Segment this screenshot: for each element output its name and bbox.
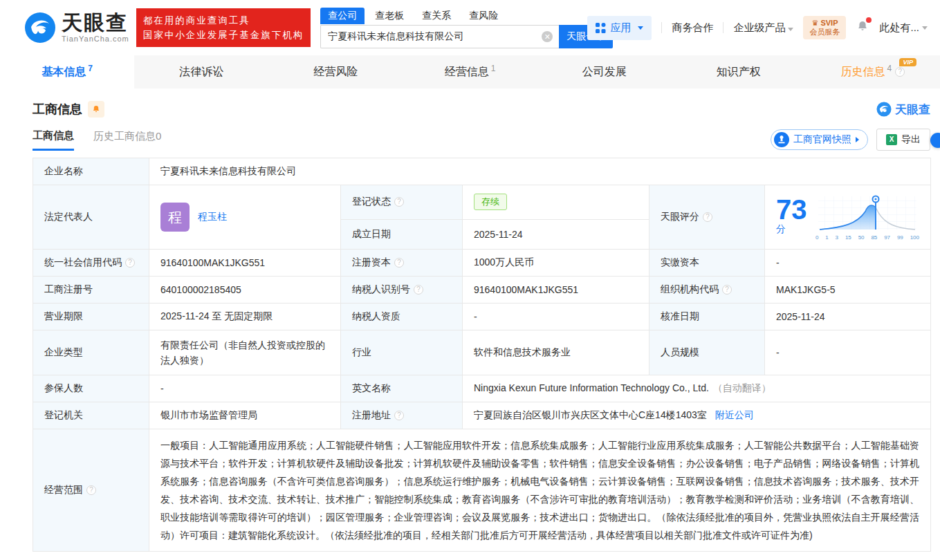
nearby-companies-link[interactable]: 附近公司 bbox=[715, 409, 754, 420]
bell-icon bbox=[91, 104, 101, 114]
enterprise-products-label: 企业级产品 bbox=[733, 21, 785, 33]
reg-authority-label: 登记机关 bbox=[33, 402, 149, 429]
chevron-down-icon bbox=[788, 28, 793, 31]
help-icon[interactable]: ? bbox=[394, 258, 404, 268]
tab-history-info[interactable]: VIP 历史信息4 ? bbox=[806, 55, 940, 88]
help-icon[interactable]: ? bbox=[394, 197, 404, 207]
subscribe-bell-button[interactable] bbox=[88, 101, 104, 118]
english-name-label: 英文名称 bbox=[341, 375, 463, 402]
uscc-label: 统一社会信用代码? bbox=[33, 250, 149, 277]
svip-member-button[interactable]: ♛ SVIP 会员服务 bbox=[803, 16, 846, 39]
tab-company-development[interactable]: 公司发展 bbox=[537, 55, 672, 88]
excel-icon: X bbox=[886, 134, 897, 145]
official-snapshot-button[interactable]: 工商官网快照 bbox=[771, 129, 868, 150]
reg-capital-value: 1000万人民币 bbox=[463, 250, 649, 277]
table-row: 营业期限 2025-11-24 至 无固定期限 纳税人资质 - 核准日期 202… bbox=[33, 304, 931, 330]
subtab-history-business-info[interactable]: 历史工商信息0 bbox=[93, 130, 161, 149]
reg-status-label: 登记状态? bbox=[341, 185, 463, 220]
industry-value: 软件和信息技术服务业 bbox=[463, 330, 649, 375]
search-tab-company[interactable]: 查公司 bbox=[320, 8, 365, 24]
svip-label: ♛ SVIP bbox=[809, 19, 840, 28]
business-scope-label: 经营范围? bbox=[33, 429, 149, 552]
approval-date-value: 2025-11-24 bbox=[765, 304, 931, 330]
taxpayer-id-label: 纳税人识别号? bbox=[341, 277, 463, 304]
table-row: 经营范围? 一般项目：人工智能通用应用系统；人工智能硬件销售；人工智能应用软件开… bbox=[33, 429, 931, 552]
business-term-value: 2025-11-24 至 无固定期限 bbox=[149, 304, 341, 330]
tab-intellectual-property[interactable]: 知识产权 bbox=[672, 55, 806, 88]
table-row: 参保人数 - 英文名称 Ningxia Kexun Future Informa… bbox=[33, 375, 931, 402]
insured-value: - bbox=[149, 375, 341, 402]
clear-search-icon[interactable]: ✕ bbox=[542, 31, 553, 42]
tianyancha-watermark: 天眼查 bbox=[876, 102, 930, 118]
section-title: 工商信息 bbox=[33, 101, 82, 118]
help-icon[interactable]: ? bbox=[86, 485, 96, 495]
snapshot-button-label: 工商官网快照 bbox=[793, 133, 851, 146]
user-menu[interactable]: 此处有... bbox=[879, 21, 928, 35]
taxpayer-quality-value: - bbox=[463, 304, 649, 330]
help-icon[interactable]: ? bbox=[125, 258, 135, 268]
tianyancha-logo[interactable]: 天眼查 TianYanCha.com bbox=[24, 12, 129, 44]
help-icon[interactable]: ? bbox=[414, 285, 423, 295]
chevron-down-icon bbox=[922, 26, 928, 30]
reg-number-label: 工商注册号 bbox=[33, 277, 149, 304]
business-scope-value: 一般项目：人工智能通用应用系统；人工智能硬件销售；人工智能应用软件开发；信息系统… bbox=[149, 429, 931, 552]
table-row: 法定代表人 程 程玉柱 登记状态? 存续 天眼评分? 73分 bbox=[33, 185, 931, 220]
business-cooperation-link[interactable]: 商务合作 bbox=[672, 21, 713, 35]
taxpayer-quality-label: 纳税人资质 bbox=[341, 304, 463, 330]
company-name-value: 宁夏科讯未来信息科技有限公司 bbox=[149, 158, 931, 185]
arrow-right-icon bbox=[856, 137, 859, 142]
notifications-button[interactable] bbox=[856, 19, 869, 36]
tab-legal-proceedings[interactable]: 法律诉讼 bbox=[134, 55, 268, 88]
help-icon[interactable]: ? bbox=[895, 67, 905, 77]
help-icon[interactable]: ? bbox=[703, 212, 712, 222]
english-name-value: Ningxia Kexun Future Information Technol… bbox=[463, 375, 931, 402]
enterprise-products-link[interactable]: 企业级产品 bbox=[733, 21, 793, 35]
company-type-label: 企业类型 bbox=[33, 330, 149, 375]
reg-address-value: 宁夏回族自治区银川市兴庆区文体中心C座14楼1403室 附近公司 bbox=[463, 402, 931, 429]
staff-size-label: 人员规模 bbox=[649, 330, 765, 375]
search-tab-relation[interactable]: 查关系 bbox=[414, 8, 459, 24]
approval-date-label: 核准日期 bbox=[649, 304, 765, 330]
search-tab-boss[interactable]: 查老板 bbox=[367, 8, 412, 24]
paid-capital-label: 实缴资本 bbox=[649, 250, 765, 277]
company-name-label: 企业名称 bbox=[33, 158, 149, 185]
tab-operation-risk[interactable]: 经营风险 bbox=[268, 55, 403, 88]
company-tabs-nav: 基本信息7 法律诉讼 经营风险 经营信息1 公司发展 知识产权 VIP 历史信息… bbox=[0, 55, 940, 88]
apps-menu-button[interactable]: 应用 bbox=[587, 16, 652, 40]
tab-basic-info[interactable]: 基本信息7 bbox=[0, 55, 134, 88]
org-code-label: 组织机构代码? bbox=[649, 277, 765, 304]
svip-service-label: 会员服务 bbox=[809, 28, 840, 37]
search-tab-risk[interactable]: 查风险 bbox=[461, 8, 506, 24]
search-input[interactable] bbox=[320, 25, 559, 48]
paid-capital-value: - bbox=[765, 250, 931, 277]
export-button-label: 导出 bbox=[901, 133, 921, 146]
export-button[interactable]: X 导出 bbox=[876, 129, 930, 151]
score-distribution-chart: 0131550859799100 bbox=[815, 194, 919, 241]
legal-rep-link[interactable]: 程玉柱 bbox=[198, 211, 227, 223]
table-row: 企业类型 有限责任公司（非自然人投资或控股的法人独资） 行业 软件和信息技术服务… bbox=[33, 330, 931, 375]
reg-status-value: 存续 bbox=[463, 185, 649, 220]
tianyancha-logo-icon bbox=[24, 12, 56, 44]
tianyancha-logo-icon bbox=[876, 102, 892, 117]
industry-label: 行业 bbox=[341, 330, 463, 375]
apps-label: 应用 bbox=[610, 21, 631, 35]
reg-number-value: 640100002185405 bbox=[149, 277, 341, 304]
top-header: 天眼查 TianYanCha.com 都在用的商业查询工具 国家中小企业发展子基… bbox=[0, 0, 940, 55]
legal-rep-avatar[interactable]: 程 bbox=[160, 203, 190, 232]
search-area: 查公司 查老板 查关系 查风险 ✕ 天眼一下 bbox=[320, 8, 614, 48]
reg-authority-value: 银川市市场监督管理局 bbox=[149, 402, 341, 429]
stamp-icon bbox=[774, 132, 789, 147]
divider bbox=[723, 22, 724, 33]
help-icon[interactable]: ? bbox=[722, 285, 732, 295]
uscc-value: 91640100MAK1JKG551 bbox=[149, 250, 341, 277]
taxpayer-id-value: 91640100MAK1JKG551 bbox=[463, 277, 649, 304]
auto-translate-note: （自动翻译） bbox=[713, 382, 771, 393]
help-icon[interactable]: ? bbox=[394, 411, 404, 420]
score-label: 天眼评分? bbox=[649, 185, 765, 250]
score-value: 73分 bbox=[776, 196, 809, 239]
notification-dot bbox=[866, 17, 872, 23]
tab-operation-info[interactable]: 经营信息1 bbox=[403, 55, 537, 88]
subtab-business-info[interactable]: 工商信息 bbox=[33, 129, 74, 151]
table-row: 登记机关 银川市市场监督管理局 注册地址? 宁夏回族自治区银川市兴庆区文体中心C… bbox=[33, 402, 931, 429]
user-menu-label: 此处有... bbox=[879, 21, 919, 35]
